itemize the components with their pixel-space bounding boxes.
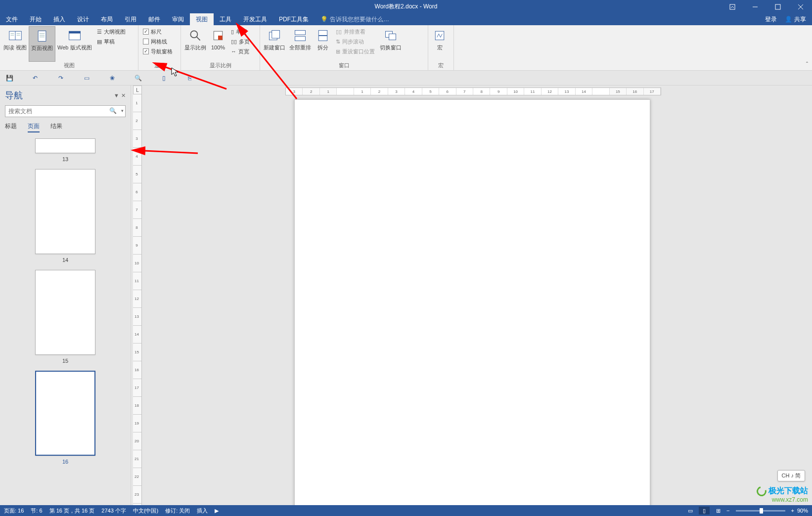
maximize-button[interactable] (767, 0, 789, 13)
web-layout-button[interactable]: Web 版式视图 (55, 26, 93, 62)
redo-button[interactable]: ↷ (56, 74, 65, 83)
arrange-all-button[interactable]: 全部重排 (287, 26, 313, 62)
tab-design[interactable]: 设计 (71, 13, 95, 25)
group-label-zoom: 显示比例 (181, 62, 260, 69)
tab-home[interactable]: 开始 (24, 13, 47, 25)
ribbon-group-show: 标尺 网格线 导航窗格 显示 (138, 25, 181, 70)
tab-file[interactable]: 文件 (0, 13, 24, 25)
switch-windows-button[interactable]: 切换窗口 (378, 26, 404, 62)
ribbon-display-options-button[interactable] (721, 0, 744, 13)
qat-button-4[interactable]: ▭ (82, 74, 91, 83)
document-area: L 12345678910111213141516171819202122232… (131, 86, 812, 505)
page-thumbnail[interactable] (35, 371, 95, 456)
status-page[interactable]: 页面: 16 (4, 507, 24, 515)
nav-dropdown-icon[interactable]: ▼ (114, 92, 119, 99)
page-width-button[interactable]: ↔页宽 (231, 47, 250, 56)
print-layout-view-button[interactable]: ▯ (699, 507, 710, 515)
draft-icon: ▤ (97, 39, 102, 45)
horizontal-ruler[interactable]: 3211234567891011121314151617 (285, 87, 661, 95)
ime-indicator[interactable]: CH ♪ 简 (777, 470, 806, 481)
tab-mailings[interactable]: 邮件 (142, 13, 166, 25)
svg-rect-16 (69, 31, 80, 33)
outline-icon: ☰ (97, 29, 102, 35)
status-track-changes[interactable]: 修订: 关闭 (165, 507, 190, 515)
status-insert-mode[interactable]: 插入 (197, 507, 208, 515)
gridlines-checkbox[interactable]: 网格线 (143, 37, 173, 46)
zoom-slider[interactable] (736, 510, 785, 512)
print-layout-button[interactable]: 页面视图 (29, 26, 55, 62)
multi-page-button[interactable]: ▯▯多页 (231, 37, 250, 46)
side-by-side-button[interactable]: ▯▯并排查看 (336, 27, 375, 36)
side-icon: ▯▯ (336, 29, 342, 35)
tell-me-search[interactable]: 💡 告诉我您想要做什么… (315, 13, 389, 25)
search-icon[interactable]: 🔍 (109, 107, 117, 114)
nav-close-icon[interactable]: ✕ (121, 92, 126, 99)
reset-position-button[interactable]: ⊞重设窗口位置 (336, 47, 375, 56)
tab-references[interactable]: 引用 (119, 13, 142, 25)
web-layout-view-button[interactable]: ⊞ (713, 507, 723, 515)
search-input[interactable] (5, 105, 126, 117)
zoom-percent[interactable]: 90% (797, 508, 808, 514)
qat-button-6[interactable]: 🔍 (134, 74, 142, 83)
quick-access-toolbar: 💾 ↶ ↷ ▭ ❀ 🔍 ▯ ⎘ (0, 71, 812, 86)
close-button[interactable] (789, 0, 812, 13)
tab-developer[interactable]: 开发工具 (237, 13, 273, 25)
sync-scroll-button[interactable]: ⇅同步滚动 (336, 37, 375, 46)
collapse-ribbon-icon[interactable]: ˆ (806, 61, 808, 68)
qat-button-7[interactable]: ▯ (159, 74, 168, 83)
tab-layout[interactable]: 布局 (95, 13, 119, 25)
page-thumbnail[interactable] (35, 138, 95, 153)
split-button[interactable]: 拆分 (313, 26, 333, 62)
nav-thumbnails[interactable]: 13141516 (0, 136, 131, 505)
ribbon-group-views: 阅读 视图 页面视图 Web 版式视图 ☰大纲视图 ▤草稿 视图 (0, 25, 138, 70)
svg-rect-28 (389, 34, 396, 40)
ribbon-group-zoom: 显示比例 100% ▯单页 ▯▯多页 ↔页宽 显示比例 (181, 25, 260, 70)
svg-rect-24 (295, 37, 306, 41)
nav-tab-headings[interactable]: 标题 (5, 122, 17, 132)
undo-button[interactable]: ↶ (31, 74, 40, 83)
tab-insert[interactable]: 插入 (47, 13, 71, 25)
status-page-of[interactable]: 第 16 页，共 16 页 (49, 507, 95, 515)
share-button[interactable]: 👤共享 (785, 15, 806, 24)
nav-tab-results[interactable]: 结果 (50, 122, 62, 132)
nav-pane-checkbox[interactable]: 导航窗格 (143, 47, 173, 56)
document-page[interactable] (294, 99, 650, 516)
vertical-ruler[interactable]: 123456789101112131415161718192021222324 (133, 94, 142, 505)
thumbnail-number: 13 (62, 156, 68, 162)
zoom-button[interactable]: 显示比例 (182, 26, 208, 62)
minimize-button[interactable] (744, 0, 767, 13)
tab-review[interactable]: 审阅 (166, 13, 190, 25)
page-thumbnail[interactable] (35, 270, 95, 355)
new-window-button[interactable]: 新建窗口 (262, 26, 287, 62)
zoom-out-button[interactable]: − (726, 508, 729, 514)
status-word-count[interactable]: 2743 个字 (101, 507, 126, 515)
pages-icon: ▯▯ (231, 39, 237, 45)
hundred-icon (210, 28, 226, 43)
read-mode-button[interactable]: 阅读 视图 (1, 26, 29, 62)
tab-pdf[interactable]: PDF工具集 (273, 13, 315, 25)
status-section[interactable]: 节: 6 (31, 507, 42, 515)
thumbnail-number: 14 (62, 257, 68, 263)
zoom-in-button[interactable]: + (791, 508, 794, 514)
save-button[interactable]: 💾 (5, 74, 14, 83)
qat-button-8[interactable]: ⎘ (185, 74, 194, 83)
login-button[interactable]: 登录 (765, 15, 777, 24)
nav-title: 导航 (5, 89, 23, 101)
read-mode-icon (7, 28, 23, 43)
status-macro-icon[interactable]: ▶ (215, 508, 219, 514)
page-thumbnail[interactable] (35, 169, 95, 254)
outline-view-button[interactable]: ☰大纲视图 (97, 27, 126, 36)
tab-tools[interactable]: 工具 (214, 13, 237, 25)
nav-tab-pages[interactable]: 页面 (28, 122, 40, 132)
search-dropdown-icon[interactable]: ▾ (121, 108, 124, 113)
draft-view-button[interactable]: ▤草稿 (97, 37, 126, 46)
ruler-corner[interactable]: L (133, 86, 142, 94)
ruler-checkbox[interactable]: 标尺 (143, 27, 173, 36)
read-mode-view-button[interactable]: ▭ (685, 507, 696, 515)
macros-button[interactable]: 宏 (430, 26, 450, 62)
tab-view[interactable]: 视图 (190, 13, 214, 25)
one-page-button[interactable]: ▯单页 (231, 27, 250, 36)
status-language[interactable]: 中文(中国) (133, 507, 158, 515)
qat-button-5[interactable]: ❀ (108, 74, 117, 83)
zoom-100-button[interactable]: 100% (208, 26, 228, 62)
